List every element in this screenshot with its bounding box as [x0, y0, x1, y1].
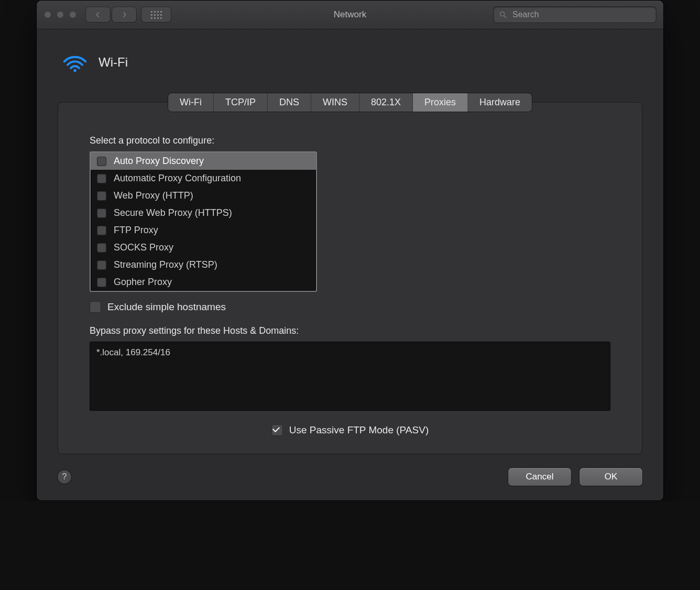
- protocol-row[interactable]: SOCKS Proxy: [91, 239, 316, 256]
- bypass-section: Bypass proxy settings for these Hosts & …: [90, 325, 610, 411]
- protocol-checkbox[interactable]: [97, 157, 106, 166]
- search-icon: [499, 10, 507, 19]
- protocol-list[interactable]: Auto Proxy DiscoveryAutomatic Proxy Conf…: [90, 151, 317, 292]
- protocol-label: FTP Proxy: [114, 225, 158, 236]
- protocol-row[interactable]: FTP Proxy: [91, 222, 316, 239]
- proxies-panel: Select a protocol to configure: Auto Pro…: [58, 102, 642, 454]
- select-protocol-label: Select a protocol to configure:: [90, 135, 610, 146]
- chevron-left-icon: [94, 11, 102, 18]
- preferences-window: Network Wi-Fi Wi-FiTCP/IPDNSWINS802.1XPr…: [36, 0, 664, 501]
- protocol-label: Auto Proxy Discovery: [114, 156, 204, 167]
- pasv-checkbox[interactable]: [271, 424, 283, 436]
- svg-point-2: [73, 69, 76, 72]
- svg-line-1: [504, 16, 506, 18]
- tab-hardware[interactable]: Hardware: [468, 93, 532, 112]
- protocol-label: Gopher Proxy: [114, 277, 172, 288]
- minimize-window-button[interactable]: [57, 11, 64, 18]
- help-button[interactable]: ?: [58, 470, 71, 484]
- search-field[interactable]: [494, 7, 656, 23]
- pasv-label: Use Passive FTP Mode (PASV): [289, 424, 429, 436]
- back-button[interactable]: [86, 7, 110, 22]
- protocol-row[interactable]: Gopher Proxy: [91, 274, 316, 291]
- protocol-checkbox[interactable]: [97, 278, 106, 287]
- footer: ? Cancel OK: [58, 468, 642, 486]
- protocol-checkbox[interactable]: [97, 209, 106, 218]
- protocol-checkbox[interactable]: [97, 243, 106, 253]
- cancel-button[interactable]: Cancel: [508, 468, 571, 486]
- protocol-checkbox[interactable]: [97, 174, 106, 183]
- protocol-row[interactable]: Secure Web Proxy (HTTPS): [91, 204, 316, 222]
- traffic-lights: [44, 11, 76, 18]
- protocol-row[interactable]: Web Proxy (HTTP): [91, 187, 316, 204]
- nav-buttons: [86, 7, 136, 22]
- tab-proxies[interactable]: Proxies: [413, 93, 468, 112]
- protocol-label: Secure Web Proxy (HTTPS): [114, 207, 232, 218]
- ok-button[interactable]: OK: [579, 468, 642, 486]
- protocol-label: SOCKS Proxy: [114, 242, 173, 253]
- close-window-button[interactable]: [44, 11, 51, 18]
- zoom-window-button[interactable]: [69, 11, 76, 18]
- exclude-simple-checkbox[interactable]: [90, 301, 101, 313]
- exclude-simple-hostnames-row[interactable]: Exclude simple hostnames: [90, 301, 610, 313]
- pasv-row[interactable]: Use Passive FTP Mode (PASV): [90, 424, 610, 436]
- body: Wi-Fi Wi-FiTCP/IPDNSWINS802.1XProxiesHar…: [37, 29, 663, 500]
- forward-button[interactable]: [112, 7, 136, 22]
- protocol-checkbox[interactable]: [97, 191, 106, 201]
- protocol-label: Automatic Proxy Configuration: [114, 173, 241, 184]
- interface-header: Wi-Fi: [62, 52, 642, 72]
- search-input[interactable]: [511, 9, 651, 20]
- settings-tabs: Wi-FiTCP/IPDNSWINS802.1XProxiesHardware: [168, 93, 532, 112]
- tab-dns[interactable]: DNS: [268, 93, 311, 112]
- chevron-right-icon: [121, 11, 128, 18]
- tab-tcp-ip[interactable]: TCP/IP: [214, 93, 268, 112]
- show-all-button[interactable]: [141, 7, 171, 22]
- protocol-row[interactable]: Automatic Proxy Configuration: [91, 170, 316, 187]
- protocol-checkbox[interactable]: [97, 226, 106, 235]
- tab-wi-fi[interactable]: Wi-Fi: [168, 93, 214, 112]
- protocol-row[interactable]: Streaming Proxy (RTSP): [91, 256, 316, 274]
- exclude-simple-label: Exclude simple hostnames: [107, 301, 226, 313]
- protocol-label: Streaming Proxy (RTSP): [114, 259, 217, 270]
- wifi-icon: [62, 52, 88, 72]
- bypass-label: Bypass proxy settings for these Hosts & …: [90, 325, 610, 336]
- protocol-row[interactable]: Auto Proxy Discovery: [91, 152, 316, 170]
- protocol-label: Web Proxy (HTTP): [114, 190, 193, 201]
- tab-wins[interactable]: WINS: [311, 93, 359, 112]
- bypass-textarea[interactable]: *.local, 169.254/16: [90, 342, 610, 411]
- svg-point-0: [500, 12, 505, 16]
- protocol-checkbox[interactable]: [97, 260, 106, 270]
- interface-name: Wi-Fi: [99, 55, 128, 70]
- tab-802-1x[interactable]: 802.1X: [359, 93, 413, 112]
- grid-icon: [151, 11, 162, 19]
- titlebar: Network: [37, 1, 663, 29]
